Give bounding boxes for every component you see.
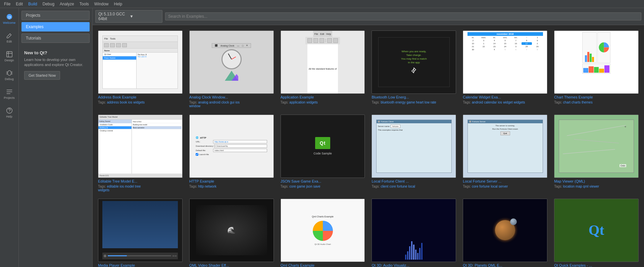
left-panel: Projects Examples Tutorials New to Qt? L… xyxy=(19,8,93,267)
examples-grid: FileTools A D E G Name Qt User xyxy=(93,25,644,267)
list-item: Editable Tree Model Getting Started Inst… xyxy=(98,115,183,192)
example-tags: Tags: client core fortune local xyxy=(371,185,456,188)
example-name[interactable]: Editable Tree Model E... xyxy=(98,179,183,183)
example-tags: Tags: http network xyxy=(189,185,274,188)
svg-rect-2 xyxy=(6,52,12,57)
list-item: november 2016 m. man. tir. ons. tor. 0 1… xyxy=(463,30,547,108)
example-thumbnail[interactable]: Qt xyxy=(554,199,639,262)
example-name[interactable]: Qt 3D: Audio Visualiz... xyxy=(371,263,456,267)
menu-edit[interactable]: Edit xyxy=(13,1,26,7)
example-thumbnail[interactable]: november 2016 m. man. tir. ons. tor. 0 1… xyxy=(463,30,547,94)
example-name[interactable]: Map Viewer (QML) xyxy=(554,179,639,183)
list-item: 00:00 Media Player Example Tags: media m… xyxy=(98,199,183,267)
example-name[interactable]: Local Fortune Client ... xyxy=(371,179,456,183)
example-name[interactable]: HTTP Example xyxy=(189,179,274,183)
search-input[interactable] xyxy=(165,12,641,20)
sidebar-item-welcome[interactable]: Qt Welcome xyxy=(1,9,17,28)
sidebar-label-projects: Projects xyxy=(4,96,15,99)
example-name[interactable]: Bluetooth Low Energ... xyxy=(371,95,456,99)
example-thumbnail[interactable] xyxy=(554,30,639,94)
example-thumbnail[interactable]: Fortune Client Server name: fortune This… xyxy=(371,115,456,178)
example-name[interactable]: Chart Themes Example xyxy=(554,95,639,99)
example-tags: Tags: analog android clock gui ios windo… xyxy=(189,101,274,108)
menu-analyze[interactable]: Analyze xyxy=(57,1,77,7)
new-to-qt-title: New to Qt? xyxy=(24,50,87,55)
example-tags: Tags: address book ios widgets xyxy=(98,101,183,104)
menu-build[interactable]: Build xyxy=(26,1,40,7)
example-name[interactable]: Address Book Example xyxy=(98,95,183,99)
top-bar: Qt 5.13.0 GCC 64bit ▼ xyxy=(93,8,644,25)
example-tags: Tags: core game json save xyxy=(281,185,365,188)
example-thumbnail[interactable]: 🌊 xyxy=(189,199,274,262)
list-item: 🌐HTTP URL: http://www.qt.io Download dir… xyxy=(189,115,274,192)
menu-debug[interactable]: Debug xyxy=(40,1,57,7)
sidebar-label-debug: Debug xyxy=(5,77,14,81)
example-thumbnail[interactable]: 🌐HTTP URL: http://www.qt.io Download dir… xyxy=(189,115,274,178)
example-name[interactable]: Calendar Widget Exa... xyxy=(463,95,547,99)
example-thumbnail[interactable] xyxy=(463,199,547,262)
example-tags: Tags: core fortune local server xyxy=(463,185,547,188)
example-tags: Tags: location map qml viewer xyxy=(554,185,639,188)
menu-bar: File Edit Build Debug Analyze Tools Wind… xyxy=(0,0,644,8)
list-item: When you are ready,Take charge.You may f… xyxy=(371,30,456,108)
sidebar-item-help[interactable]: Help xyxy=(1,103,17,122)
new-to-qt-section: New to Qt? Learn how to develop your own… xyxy=(21,48,90,82)
new-to-qt-description: Learn how to develop your own applicatio… xyxy=(24,57,87,68)
list-item: Qt Qt Quick Examples - ... Tags: android… xyxy=(554,199,639,267)
example-tags: Tags: bluetooth energy game heart low ra… xyxy=(371,101,456,104)
example-name[interactable]: JSON Save Game Exa... xyxy=(281,179,365,183)
example-thumbnail[interactable]: When you are ready,Take charge.You may f… xyxy=(371,30,456,94)
example-name[interactable]: Application Example xyxy=(281,95,365,99)
list-item: ⬛Analog Clock—□✕ Analog Clock Window... xyxy=(189,30,274,108)
chevron-down-icon: ▼ xyxy=(130,14,159,19)
list-item: Oslo ⊕ Map Viewer (QML) Tags: location m… xyxy=(554,115,639,192)
menu-tools[interactable]: Tools xyxy=(77,1,92,7)
example-name[interactable]: Media Player Example xyxy=(98,263,183,267)
sidebar-item-edit[interactable]: Edit xyxy=(1,28,17,47)
example-name[interactable]: QML Video Shader Eff... xyxy=(189,263,274,267)
example-name[interactable]: Analog Clock Window... xyxy=(189,95,274,99)
example-thumbnail[interactable]: FileTools A D E G Name Qt User xyxy=(98,30,183,94)
example-thumbnail[interactable]: Fortune Server The server is running. Ru… xyxy=(463,115,547,178)
example-tags: Tags: editable ios model tree widgets xyxy=(98,185,183,192)
list-item: Chart Themes Example Tags: chart charts … xyxy=(554,30,639,108)
sidebar-item-projects[interactable]: Projects xyxy=(1,84,17,103)
example-thumbnail[interactable]: Qt Code Sample xyxy=(281,115,365,178)
menu-file[interactable]: File xyxy=(1,1,13,7)
example-thumbnail[interactable]: 00:00 xyxy=(98,199,183,262)
example-thumbnail[interactable]: Qml Charts Example Qt 3D Audio Chart xyxy=(281,199,365,262)
menu-help[interactable]: Help xyxy=(111,1,125,7)
example-name[interactable]: Qt 3D: Planets QML E... xyxy=(463,263,547,267)
example-thumbnail[interactable]: Editable Tree Model Getting Started Inst… xyxy=(98,115,183,178)
list-item: Qt 3D: Audio Visualiz... Tags: audio qt3… xyxy=(371,199,456,267)
kit-selector[interactable]: Qt 5.13.0 GCC 64bit ▼ xyxy=(95,10,162,23)
kit-selector-text: Qt 5.13.0 GCC 64bit xyxy=(98,12,128,21)
example-name[interactable]: Qt Quick Examples - ... xyxy=(554,263,639,267)
get-started-button[interactable]: Get Started Now xyxy=(24,71,60,80)
list-item: Qt 3D: Planets QML E... Tags: planets qm… xyxy=(463,199,547,267)
tutorials-button[interactable]: Tutorials xyxy=(21,34,90,43)
example-thumbnail[interactable]: FileEditHelp All the standard features o… xyxy=(281,30,365,94)
sidebar-label-welcome: Welcome xyxy=(3,21,15,24)
svg-text:Qt: Qt xyxy=(8,15,11,19)
list-item: Qt Code Sample JSON Save Game Exa... Tag… xyxy=(281,115,365,192)
sidebar-label-edit: Edit xyxy=(7,40,12,43)
sidebar-item-design[interactable]: Design xyxy=(1,47,17,66)
list-item: Fortune Client Server name: fortune This… xyxy=(371,115,456,192)
sidebar-label-design: Design xyxy=(4,59,14,62)
example-tags: Tags: android calendar ios widget widget… xyxy=(463,101,547,104)
example-tags: Tags: chart charts themes xyxy=(554,101,639,104)
sidebar-label-help: Help xyxy=(6,115,12,118)
example-thumbnail[interactable]: ⬛Analog Clock—□✕ xyxy=(189,30,274,94)
example-thumbnail[interactable]: Oslo ⊕ xyxy=(554,115,639,178)
example-thumbnail[interactable] xyxy=(371,199,456,262)
icon-sidebar: Qt Welcome Edit Design Debug Projects He… xyxy=(0,8,19,267)
example-name[interactable]: Qml Charts Example xyxy=(281,263,365,267)
list-item: Fortune Server The server is running. Ru… xyxy=(463,115,547,192)
examples-button[interactable]: Examples xyxy=(21,22,90,31)
sidebar-item-debug[interactable]: Debug xyxy=(1,66,17,84)
example-name[interactable]: Local Fortune Server ... xyxy=(463,179,547,183)
projects-button[interactable]: Projects xyxy=(21,11,90,20)
menu-window[interactable]: Window xyxy=(92,1,111,7)
content-area: Qt 5.13.0 GCC 64bit ▼ FileTools A D E G xyxy=(93,8,644,267)
